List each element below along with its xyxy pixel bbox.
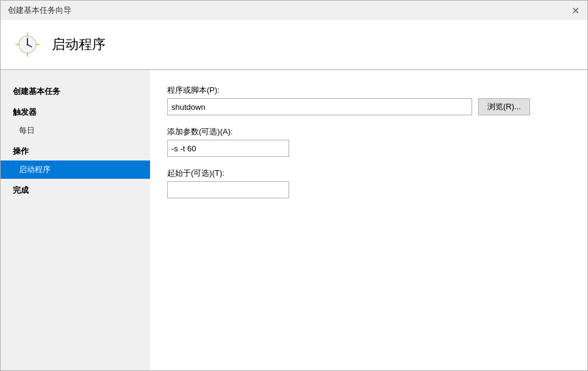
args-label: 添加参数(可选)(A):: [167, 126, 570, 137]
title-bar: 创建基本任务向导 ✕: [1, 1, 587, 20]
header-title: 启动程序: [52, 35, 106, 54]
sidebar-item-start-program: 启动程序: [1, 160, 150, 179]
dialog: 创建基本任务向导 ✕: [0, 0, 588, 371]
args-group: 添加参数(可选)(A):: [167, 126, 570, 157]
sidebar-item-daily: 每日: [1, 121, 150, 140]
svg-point-11: [27, 44, 29, 46]
dialog-title: 创建基本任务向导: [8, 5, 71, 16]
program-group: 程序或脚本(P): 浏览(R)...: [167, 85, 570, 115]
sidebar-item-create-basic-task: 创建基本任务: [1, 82, 150, 101]
close-button[interactable]: ✕: [568, 3, 583, 18]
program-icon: [13, 30, 42, 59]
sidebar-item-action: 操作: [1, 142, 150, 160]
start-label: 起始于(可选)(T):: [167, 168, 570, 179]
browse-button[interactable]: 浏览(R)...: [478, 98, 530, 115]
header-section: 启动程序: [1, 20, 587, 70]
content-area: 创建基本任务 触发器 每日 操作 启动程序 完成 程序或脚本(P): 浏览(R)…: [1, 70, 587, 370]
program-label: 程序或脚本(P):: [167, 85, 570, 96]
args-row: [167, 140, 570, 157]
args-input[interactable]: [167, 140, 289, 157]
program-input[interactable]: [167, 98, 472, 115]
start-group: 起始于(可选)(T):: [167, 168, 570, 198]
sidebar: 创建基本任务 触发器 每日 操作 启动程序 完成: [1, 70, 150, 370]
sidebar-item-finish: 完成: [1, 181, 150, 200]
main-panel: 程序或脚本(P): 浏览(R)... 添加参数(可选)(A): 起始于(可选)(…: [150, 70, 587, 370]
start-input[interactable]: [167, 181, 289, 198]
sidebar-item-trigger: 触发器: [1, 103, 150, 121]
program-row: 浏览(R)...: [167, 98, 570, 115]
start-row: [167, 181, 570, 198]
